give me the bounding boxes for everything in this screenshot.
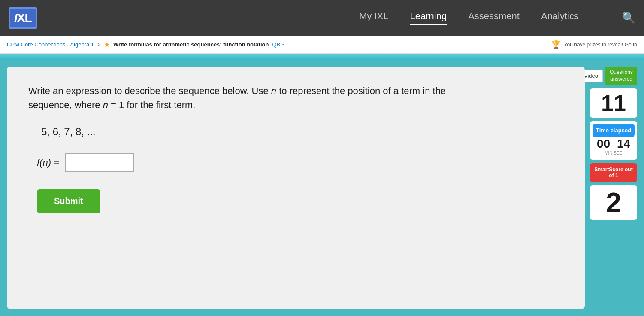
logo-text: IXL bbox=[14, 11, 32, 25]
time-label-box: Time elapsed bbox=[593, 124, 635, 137]
prize-banner: 🏆 You have prizes to reveal! Go to bbox=[551, 40, 637, 49]
nav-assessment[interactable]: Assessment bbox=[468, 11, 520, 25]
nav-analytics[interactable]: Analytics bbox=[541, 11, 579, 25]
video-label: Video bbox=[584, 73, 598, 79]
questions-answered-button[interactable]: Questions answered bbox=[605, 67, 637, 85]
sequence-display: 5, 6, 7, 8, ... bbox=[41, 126, 563, 138]
nav-myixl[interactable]: My IXL bbox=[359, 11, 388, 25]
score-big-box: 2 bbox=[590, 185, 637, 220]
score-big-number: 2 bbox=[593, 189, 635, 216]
score-box: 11 bbox=[590, 88, 637, 118]
smarts-box: SmartScore out of 1 bbox=[590, 163, 637, 182]
navbar: IXL My IXL Learning Assessment Analytics… bbox=[0, 0, 644, 36]
fn-label: f(n) = bbox=[37, 157, 59, 168]
score-number: 11 bbox=[593, 92, 635, 114]
timer-seconds: 14 bbox=[617, 137, 630, 151]
breadcrumb-separator: > bbox=[97, 42, 100, 48]
favorite-icon[interactable]: ★ bbox=[104, 40, 110, 49]
main-area: Write an expression to describe the sequ… bbox=[0, 60, 644, 316]
ixl-logo[interactable]: IXL bbox=[9, 7, 37, 29]
prize-text: You have prizes to reveal! Go to bbox=[564, 42, 637, 48]
breadcrumb-skill: Write formulas for arithmetic sequences:… bbox=[113, 41, 269, 48]
timer-colon bbox=[612, 137, 615, 151]
answer-row: f(n) = bbox=[37, 153, 563, 172]
answer-input[interactable] bbox=[65, 153, 134, 172]
sidebar: ▶ Video Questions answered 11 Time elaps… bbox=[590, 67, 637, 309]
sidebar-top-row: ▶ Video Questions answered bbox=[590, 67, 637, 85]
breadcrumb-course[interactable]: CPM Core Connections - Algebra 1 bbox=[7, 41, 94, 48]
timer-unit-label: MIN SEC bbox=[593, 151, 635, 157]
submit-button[interactable]: Submit bbox=[37, 189, 100, 213]
timer-minutes: 00 bbox=[597, 137, 610, 151]
question-card: Write an expression to describe the sequ… bbox=[7, 67, 585, 309]
trophy-icon: 🏆 bbox=[551, 40, 561, 49]
nav-learning[interactable]: Learning bbox=[410, 11, 447, 25]
nav-links: My IXL Learning Assessment Analytics bbox=[359, 11, 579, 25]
question-instructions: Write an expression to describe the sequ… bbox=[28, 84, 479, 112]
cyan-accent-bar bbox=[0, 54, 644, 60]
breadcrumb-code: QBG bbox=[272, 41, 284, 48]
breadcrumb-bar: CPM Core Connections - Algebra 1 > ★ Wri… bbox=[0, 36, 644, 54]
timer-wrapper: Time elapsed 00 14 MIN SEC bbox=[590, 121, 637, 160]
timer-row: 00 14 bbox=[593, 137, 635, 151]
search-icon[interactable]: 🔍 bbox=[622, 11, 635, 24]
